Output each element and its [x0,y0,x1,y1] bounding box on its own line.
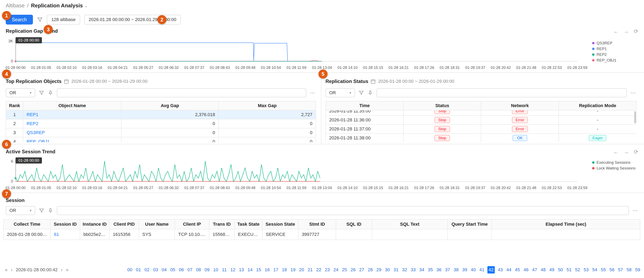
page-51[interactable]: 51 [566,267,572,272]
page-05[interactable]: 05 [170,267,176,272]
page-15[interactable]: 15 [256,267,262,272]
object-name-link[interactable]: REP2 [26,121,38,126]
more-options-button[interactable]: ⋯ [310,90,316,96]
page-20[interactable]: 20 [298,267,304,272]
page-39[interactable]: 39 [462,267,468,272]
chart-refresh-button[interactable]: ⟳ [634,149,638,155]
legend-item[interactable]: Lock Waiting Sessions [592,166,636,170]
page-31[interactable]: 31 [393,267,399,272]
page-38[interactable]: 38 [453,267,459,272]
column-header[interactable]: SQL ID [336,219,372,229]
page-00[interactable]: 00 [127,267,133,272]
page-43[interactable]: 43 [497,267,503,272]
chart-forward-button[interactable]: → [624,149,629,155]
filter-icon[interactable] [39,90,44,96]
column-header[interactable]: Query Start Time [448,219,492,229]
page-09[interactable]: 09 [204,267,210,272]
page-54[interactable]: 54 [592,267,598,272]
page-13[interactable]: 13 [238,267,244,272]
page-16[interactable]: 16 [264,267,270,272]
page-14[interactable]: 14 [247,267,253,272]
column-header[interactable]: Stmt ID [298,219,336,229]
page-28[interactable]: 28 [367,267,373,272]
page-36[interactable]: 36 [436,267,442,272]
instance-selector[interactable]: 128 altibase [47,15,80,24]
replication-status-table-scroll-area[interactable]: 2026-01-28 11:35:00StopError-2026-01-28 … [326,110,636,142]
page-26[interactable]: 26 [350,267,356,272]
page-47[interactable]: 47 [532,267,538,272]
page-10[interactable]: 10 [212,267,219,272]
page-21[interactable]: 21 [307,267,313,272]
page-49[interactable]: 49 [549,267,555,272]
column-header[interactable]: Avg Gap [121,101,218,110]
next-page-button[interactable]: › [61,267,62,273]
column-header[interactable]: Replication Mode [559,101,636,110]
page-48[interactable]: 48 [540,267,546,272]
prev-page-button[interactable]: ‹ [11,267,12,273]
page-27[interactable]: 27 [358,267,365,272]
more-options-button[interactable]: ⋯ [632,208,638,214]
column-header[interactable]: Object Name [23,101,121,110]
page-46[interactable]: 46 [523,267,529,272]
page-24[interactable]: 24 [333,267,339,272]
page-11[interactable]: 11 [221,267,227,272]
chart-back-button[interactable]: ← [613,149,619,155]
page-37[interactable]: 37 [444,267,450,272]
first-page-button[interactable]: « [5,267,8,273]
page-04[interactable]: 04 [161,267,167,272]
object-name-link[interactable]: REP1 [26,112,38,117]
page-56[interactable]: 56 [609,267,615,272]
breadcrumb-page-selector[interactable]: Replication Analysis ⌄ [31,2,88,9]
scrollbar-thumb[interactable] [634,111,636,124]
pin-icon[interactable] [48,90,53,96]
page-01[interactable]: 01 [135,267,142,272]
filter-icon[interactable] [358,90,364,96]
object-name-link[interactable]: QS3REP [26,130,45,135]
page-08[interactable]: 08 [196,267,202,272]
column-header[interactable]: Collect Time [4,219,50,229]
column-header[interactable]: Client PID [110,219,139,229]
column-header[interactable]: Instance ID [80,219,110,229]
page-25[interactable]: 25 [342,267,348,272]
filter-input[interactable] [57,206,629,215]
pin-icon[interactable] [48,208,53,213]
column-header[interactable]: Status [403,101,481,110]
page-07[interactable]: 07 [187,267,193,272]
page-18[interactable]: 18 [281,267,288,272]
filter-input[interactable] [376,88,627,97]
page-29[interactable]: 29 [376,267,382,272]
page-35[interactable]: 35 [427,267,434,272]
page-19[interactable]: 19 [290,267,296,272]
filter-input[interactable] [57,88,306,97]
page-12[interactable]: 12 [230,267,236,272]
page-34[interactable]: 34 [419,267,425,272]
column-header[interactable]: Trans ID [209,219,234,229]
page-40[interactable]: 40 [470,267,476,272]
page-17[interactable]: 17 [273,267,279,272]
page-41[interactable]: 41 [479,267,485,272]
legend-item[interactable]: Executing Sessions [592,160,636,165]
page-02[interactable]: 02 [144,267,150,272]
page-32[interactable]: 32 [402,267,408,272]
page-23[interactable]: 23 [324,267,330,272]
page-50[interactable]: 50 [557,267,564,272]
column-header[interactable]: Session ID [50,219,80,229]
chart-refresh-button[interactable]: ⟳ [634,28,638,34]
page-57[interactable]: 57 [618,267,624,272]
page-45[interactable]: 45 [514,267,520,272]
column-header[interactable]: User Name [139,219,175,229]
filter-icon[interactable] [39,208,44,213]
legend-item[interactable]: QS3REP [592,41,616,46]
filter-operator-select[interactable]: OR ▾ [326,88,355,97]
page-33[interactable]: 33 [410,267,416,272]
column-header[interactable]: Session State [262,219,298,229]
column-header[interactable]: Network [481,101,559,110]
column-header[interactable]: SQL Text [372,219,448,229]
column-header[interactable]: Time [326,101,403,110]
page-30[interactable]: 30 [384,267,390,272]
legend-item[interactable]: REP1 [592,46,616,51]
session-id-link[interactable]: 61 [54,232,59,237]
chart-forward-button[interactable]: → [624,28,629,34]
chart-back-button[interactable]: ← [613,28,619,34]
page-06[interactable]: 06 [178,267,184,272]
